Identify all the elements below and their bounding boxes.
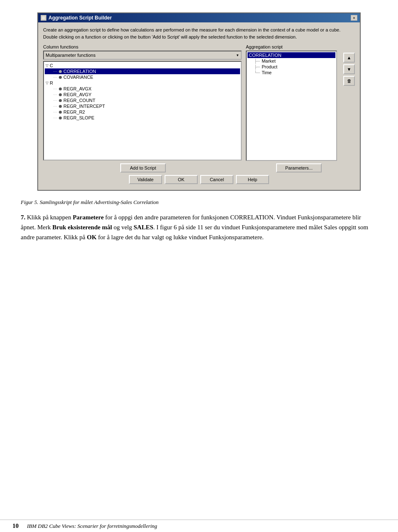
product-label: Product [262, 64, 277, 69]
tree-dots-line7: ···· [53, 110, 57, 114]
agg-item-correlation[interactable]: CORRELATION [248, 52, 335, 58]
tree-dots-line4: ···· [53, 92, 57, 97]
list-item[interactable]: ···· REGR_INTERCEPT [45, 103, 240, 109]
tree-dots-line6: ···· [53, 104, 57, 108]
list-item[interactable]: ···· COVARIANCE [45, 74, 240, 80]
dialog-body: Create an aggregation script to define h… [38, 22, 360, 190]
validate-button[interactable]: Validate [129, 175, 162, 184]
tree-branch-icon: ├─ [254, 65, 260, 69]
tree-branch-icon: ├─ [254, 59, 260, 63]
dialog-title: Aggregation Script Builder [49, 15, 112, 21]
time-label: Time [262, 70, 272, 75]
list-item[interactable]: ···· REGR_R2 [45, 109, 240, 115]
dialog-close-button[interactable]: × [351, 15, 357, 21]
item-dot-icon [59, 70, 62, 73]
column-functions-label: Column functions [43, 44, 242, 49]
middle-button-row: Add to Script Parameters... [43, 163, 355, 172]
bottom-button-row: Validate OK Cancel Help [43, 175, 355, 186]
regr-slope-label: REGR_SLOPE [63, 115, 95, 120]
list-item[interactable]: ···· REGR_AVGX [45, 86, 240, 92]
dropdown-value: Multiparameter functions [46, 53, 95, 58]
body-text: 7. Klikk på knappen Parametere for å opp… [8, 212, 390, 242]
agg-child-market[interactable]: ├─ Market [248, 58, 335, 64]
functions-list[interactable]: ▽ C ···· CORRELATION ···· [43, 61, 242, 160]
move-up-button[interactable]: ▲ [343, 53, 355, 63]
delete-button[interactable]: 🗑 [343, 76, 355, 86]
delete-icon: 🗑 [347, 78, 352, 83]
dialog-titlebar: ⊞ Aggregation Script Builder × [38, 13, 360, 22]
section-7-paragraph: 7. Klikk på knappen Parametere for å opp… [21, 212, 377, 242]
right-panel: Aggregation script CORRELATION ├─ Market… [246, 44, 337, 161]
tree-dots-line5: ···· [53, 98, 57, 102]
bruk-eksisterende-bold: Bruk eksisterende mål [52, 224, 112, 231]
parameters-button[interactable]: Parameters... [276, 163, 322, 172]
ok-bold: OK [87, 234, 97, 240]
help-button[interactable]: Help [236, 175, 269, 184]
item-dot-icon [59, 111, 62, 114]
tree-dots-line8: ···· [53, 116, 57, 120]
item-dot-icon [59, 87, 62, 90]
category-r-arrow-icon: ▽ [46, 81, 49, 85]
regr-r2-label: REGR_R2 [63, 109, 85, 114]
list-item[interactable]: ···· REGR_AVGY [45, 92, 240, 97]
dialog-title-left: ⊞ Aggregation Script Builder [41, 15, 112, 21]
add-to-script-area: Add to Script [43, 163, 243, 172]
aggregation-script-label: Aggregation script [246, 44, 337, 49]
item-dot-icon [59, 105, 62, 108]
multiparameter-dropdown[interactable]: Multiparameter functions ▼ [43, 51, 242, 60]
regr-intercept-label: REGR_INTERCEPT [63, 104, 105, 109]
page-footer: 10 IBM DB2 Cube Views: Scenarier for for… [0, 520, 398, 532]
correlation-agg-label: CORRELATION [249, 53, 282, 58]
parameters-area: Parameters... [247, 163, 338, 172]
item-dot-icon [59, 117, 62, 119]
dropdown-arrow-icon: ▼ [236, 53, 239, 57]
category-r-label: R [50, 80, 53, 85]
move-down-button[interactable]: ▼ [343, 64, 355, 74]
tree-category-r[interactable]: ▽ R [45, 80, 240, 86]
list-item[interactable]: ···· REGR_COUNT [45, 97, 240, 103]
sales-bold: SALES [133, 224, 153, 231]
regr-count-label: REGR_COUNT [63, 98, 95, 103]
ok-button[interactable]: OK [165, 175, 198, 184]
side-buttons-panel: ▲ ▼ 🗑 [341, 44, 355, 86]
figure-caption: Figur 5. Samlingsskript for målet Advert… [8, 199, 390, 206]
regr-avgx-label: REGR_AVGX [63, 86, 92, 91]
agg-child-time[interactable]: └─ Time [248, 70, 335, 75]
dialog-description: Create an aggregation script to define h… [43, 27, 355, 40]
dialog-icon: ⊞ [41, 15, 46, 21]
list-item[interactable]: ···· CORRELATION [45, 68, 240, 74]
item-dot-icon [59, 93, 62, 96]
regr-avgy-label: REGR_AVGY [63, 92, 92, 97]
footer-text: IBM DB2 Cube Views: Scenarier for forret… [27, 523, 157, 530]
cancel-button[interactable]: Cancel [200, 175, 233, 184]
page-number: 10 [12, 522, 19, 530]
section-7-number: 7. [21, 214, 25, 221]
tree-dots-line3: ···· [53, 87, 57, 91]
tree-category-c[interactable]: ▽ C [45, 63, 240, 68]
tree-dots-line: ···· [53, 69, 57, 73]
list-item[interactable]: ···· REGR_SLOPE [45, 115, 240, 121]
covariance-label: COVARIANCE [63, 75, 93, 80]
agg-child-product[interactable]: ├─ Product [248, 64, 335, 70]
aggregation-script-list[interactable]: CORRELATION ├─ Market ├─ Product └─ [246, 51, 337, 161]
tree-dots-line2: ···· [53, 75, 57, 79]
category-c-label: C [50, 63, 53, 68]
market-label: Market [262, 58, 276, 63]
item-dot-icon [59, 76, 62, 79]
aggregation-script-builder-dialog: ⊞ Aggregation Script Builder × Create an… [37, 12, 361, 191]
left-panel: Column functions Multiparameter function… [43, 44, 242, 160]
tree-branch-icon: └─ [254, 70, 260, 75]
category-c-arrow-icon: ▽ [46, 63, 49, 68]
parametere-bold: Parametere [73, 214, 104, 221]
correlation-label: CORRELATION [63, 69, 96, 74]
add-to-script-button[interactable]: Add to Script [120, 163, 166, 172]
item-dot-icon [59, 99, 62, 102]
section-7: 7. Klikk på knappen Parametere for å opp… [21, 212, 377, 242]
